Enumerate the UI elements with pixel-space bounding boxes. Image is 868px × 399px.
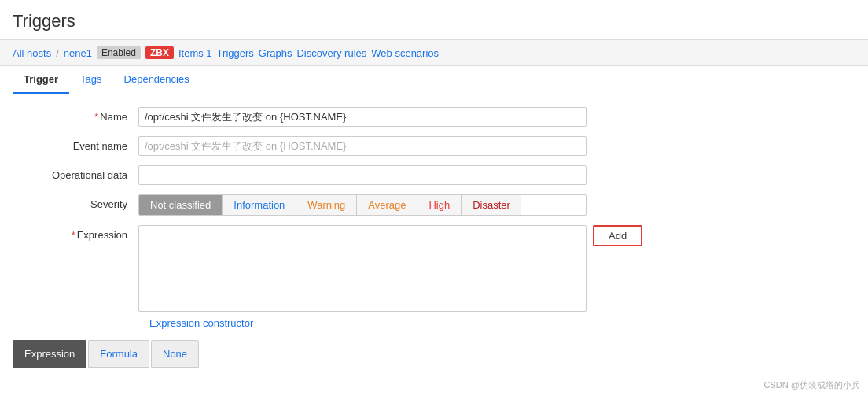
discovery-rules-link[interactable]: Discovery rules	[296, 47, 366, 59]
triggers-link[interactable]: Triggers	[217, 47, 254, 59]
severity-label: Severity	[13, 194, 138, 210]
host-link[interactable]: nene1	[64, 47, 92, 59]
event-name-label: Event name	[13, 136, 138, 152]
bottom-tab-expression[interactable]: Expression	[13, 340, 86, 368]
severity-information[interactable]: Information	[223, 195, 296, 215]
all-hosts-link[interactable]: All hosts	[13, 47, 51, 59]
form-tabs: Trigger Tags Dependencies	[0, 66, 868, 94]
severity-disaster[interactable]: Disaster	[462, 195, 521, 215]
bottom-tabs: Expression Formula None	[0, 340, 868, 368]
expression-textarea[interactable]	[138, 225, 587, 312]
items-link[interactable]: Items 1	[178, 47, 212, 59]
expression-constructor-link[interactable]: Expression constructor	[137, 317, 868, 329]
operational-data-input[interactable]	[138, 165, 587, 185]
expression-row: *Expression Add	[0, 225, 868, 314]
severity-group: Not classified Information Warning Avera…	[138, 194, 587, 216]
tab-trigger[interactable]: Trigger	[13, 66, 69, 94]
form: *Name Event name Operational data Severi…	[0, 94, 868, 368]
bottom-tab-none[interactable]: None	[151, 340, 199, 368]
event-name-input-wrap	[138, 136, 587, 156]
severity-warning[interactable]: Warning	[296, 195, 357, 215]
graphs-link[interactable]: Graphs	[259, 47, 292, 59]
page-title: Triggers	[0, 0, 868, 39]
operational-data-input-wrap	[138, 165, 587, 185]
severity-row: Severity Not classified Information Warn…	[0, 194, 868, 216]
bottom-tab-formula[interactable]: Formula	[88, 340, 149, 368]
operational-data-row: Operational data	[0, 165, 868, 185]
tab-tags[interactable]: Tags	[69, 66, 112, 94]
enabled-badge: Enabled	[97, 46, 141, 59]
breadcrumb-separator: /	[56, 47, 59, 59]
name-input-wrap	[138, 107, 587, 127]
add-button[interactable]: Add	[593, 225, 642, 246]
expression-label: *Expression	[13, 225, 138, 241]
add-button-wrap: Add	[593, 225, 642, 246]
severity-average[interactable]: Average	[357, 195, 417, 215]
severity-high[interactable]: High	[417, 195, 462, 215]
breadcrumb: All hosts / nene1 Enabled ZBX Items 1 Tr…	[0, 39, 868, 66]
event-name-row: Event name	[0, 136, 868, 156]
name-required: *	[94, 111, 98, 123]
name-input[interactable]	[138, 107, 587, 127]
expression-required: *	[72, 229, 75, 241]
web-scenarios-link[interactable]: Web scenarios	[371, 47, 439, 59]
operational-data-label: Operational data	[13, 165, 138, 181]
zbx-badge: ZBX	[145, 46, 174, 59]
severity-group-wrap: Not classified Information Warning Avera…	[138, 194, 587, 216]
event-name-input[interactable]	[138, 136, 587, 156]
severity-not-classified[interactable]: Not classified	[139, 195, 223, 215]
name-row: *Name	[0, 107, 868, 127]
name-label: *Name	[13, 107, 138, 123]
expression-input-wrap	[138, 225, 587, 314]
tab-dependencies[interactable]: Dependencies	[113, 66, 200, 94]
